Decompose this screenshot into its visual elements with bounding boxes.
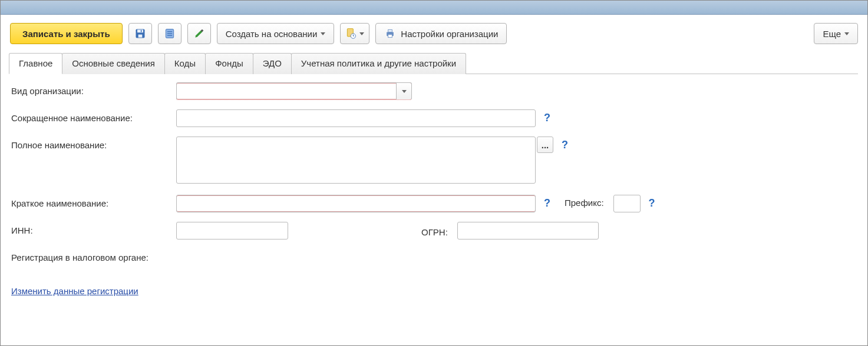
- caret-down-icon: [844, 32, 849, 35]
- short-name-input[interactable]: [176, 109, 536, 127]
- help-icon[interactable]: ?: [544, 109, 550, 126]
- caret-down-icon: [321, 32, 325, 35]
- tab-label: Учетная политика и другие настройки: [301, 58, 456, 68]
- short-name-label: Сокращенное наименование:: [11, 109, 176, 123]
- list-icon: [164, 28, 176, 39]
- svg-rect-13: [388, 35, 392, 38]
- tab-label: Главное: [19, 58, 52, 68]
- change-registration-link[interactable]: Изменить данные регистрации: [11, 286, 138, 296]
- app-window: Записать и закрыть Создать на основании: [0, 0, 868, 346]
- org-settings-label: Настройки организации: [401, 29, 498, 39]
- printer-icon: [384, 28, 396, 39]
- edit-button[interactable]: [187, 23, 211, 44]
- full-name-wrap: ...: [176, 137, 536, 185]
- help-icon[interactable]: ?: [544, 195, 550, 211]
- create-based-on-label: Создать на основании: [226, 29, 318, 39]
- svg-rect-2: [138, 35, 142, 38]
- tab-basic-info[interactable]: Основные сведения: [62, 53, 165, 74]
- tab-label: Основные сведения: [72, 58, 155, 68]
- tab-label: Фонды: [215, 58, 243, 68]
- window-content: Записать и закрыть Создать на основании: [1, 15, 867, 296]
- tab-edo[interactable]: ЭДО: [253, 53, 292, 74]
- inn-label: ИНН:: [11, 222, 176, 235]
- inn-input[interactable]: [176, 222, 288, 239]
- tab-main[interactable]: Главное: [9, 53, 62, 74]
- dropdown-button[interactable]: [396, 83, 411, 99]
- org-settings-button[interactable]: Настройки организации: [375, 23, 507, 44]
- brief-name-label: Краткое наименование:: [11, 195, 176, 208]
- toolbar: Записать и закрыть Создать на основании: [10, 23, 858, 44]
- full-name-input[interactable]: [176, 137, 536, 184]
- brief-name-input[interactable]: [176, 195, 536, 212]
- document-time-button[interactable]: [340, 23, 369, 44]
- tab-codes[interactable]: Коды: [164, 53, 206, 74]
- help-icon[interactable]: ?: [562, 137, 568, 153]
- ogrn-input[interactable]: [457, 222, 599, 239]
- tab-funds[interactable]: Фонды: [205, 53, 253, 74]
- help-icon[interactable]: ?: [649, 195, 655, 211]
- save-button[interactable]: [128, 23, 152, 44]
- svg-rect-3: [141, 30, 142, 32]
- tab-label: Коды: [174, 58, 196, 68]
- org-type-select[interactable]: [176, 82, 412, 100]
- svg-rect-1: [137, 29, 143, 32]
- tab-bar: Главное Основные сведения Коды Фонды ЭДО…: [9, 52, 858, 74]
- more-label: Еще: [823, 29, 841, 39]
- tab-label: ЭДО: [263, 58, 282, 68]
- full-name-expand-button[interactable]: ...: [537, 137, 553, 153]
- save-and-close-label: Записать и закрыть: [22, 29, 110, 39]
- main-form: Вид организации: Сокращенное наименовани…: [10, 74, 858, 296]
- ogrn-label: ОГРН:: [421, 224, 453, 237]
- org-type-label: Вид организации:: [11, 82, 176, 96]
- more-button[interactable]: Еще: [814, 23, 858, 44]
- list-button[interactable]: [158, 23, 181, 44]
- pen-icon: [193, 28, 205, 39]
- document-clock-icon: [345, 28, 357, 39]
- window-titlebar: [1, 1, 867, 15]
- org-type-value: [177, 83, 396, 99]
- tab-accounting-policy[interactable]: Учетная политика и другие настройки: [291, 53, 466, 74]
- caret-down-icon: [402, 90, 407, 93]
- prefix-input[interactable]: [613, 195, 641, 212]
- full-name-label: Полное наименование:: [11, 137, 176, 150]
- caret-down-icon: [359, 32, 364, 35]
- create-based-on-button[interactable]: Создать на основании: [217, 23, 335, 44]
- save-and-close-button[interactable]: Записать и закрыть: [10, 23, 123, 44]
- tax-registration-label: Регистрация в налоговом органе:: [11, 249, 148, 262]
- prefix-label: Префикс:: [555, 195, 609, 208]
- svg-rect-12: [388, 29, 392, 32]
- floppy-disk-icon: [134, 28, 146, 39]
